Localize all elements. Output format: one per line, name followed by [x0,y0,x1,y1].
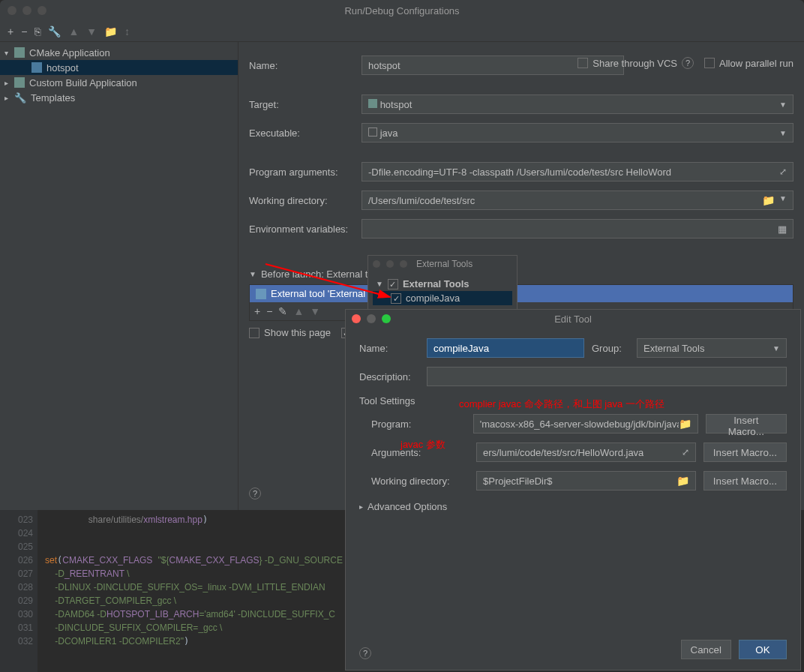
edit-desc-input[interactable] [427,367,787,386]
folder-icon[interactable]: 📁 [676,475,689,487]
titlebar: Run/Debug Configurations [0,0,804,21]
working-dir-input[interactable]: /Users/lumi/code/test/src 📁▼ [362,190,794,210]
edit-name-input[interactable] [427,338,584,358]
down-icon[interactable]: ▼ [86,26,97,38]
edit-workdir-input[interactable]: $ProjectFileDir$ 📁 [476,471,696,490]
tree-label: CMake Application [29,47,110,58]
chevron-right-icon: ▸ [359,502,363,511]
popup-title: External Tools [416,259,472,269]
remove-icon[interactable]: − [21,26,27,38]
target-icon [368,99,377,108]
cancel-button[interactable]: Cancel [681,640,732,659]
up-icon[interactable]: ▲ [68,26,79,38]
tree-custom-build[interactable]: Custom Build Application [0,75,238,90]
help-icon[interactable]: ? [682,57,694,69]
tree-label: Templates [31,92,75,104]
allow-parallel-checkbox[interactable]: Allow parallel run [704,58,794,69]
annotation-text: javac 参数 [400,438,446,452]
edit-program-label: Program: [371,418,466,430]
name-label: Name: [249,60,362,71]
advanced-options[interactable]: ▸ Advanced Options [359,501,787,512]
help-icon[interactable]: ? [359,647,371,659]
sort-icon[interactable]: ↕ [124,26,130,38]
line-gutter: 023024025026027028029030031032 [0,510,38,672]
env-vars-label: Environment variables: [249,224,362,235]
wrench-icon: 🔧 [14,92,26,104]
up-icon[interactable]: ▲ [293,305,304,317]
cmake-icon [32,62,42,73]
folder-icon[interactable]: 📁 [104,26,117,38]
env-vars-input[interactable]: ▦ [362,219,794,238]
annotation-text: complier javac 命令路径，和上图 java 一个路径 [459,398,664,411]
target-select[interactable]: hotspot ▼ [362,94,794,114]
edit-titlebar: Edit Tool [346,310,800,328]
list-icon[interactable]: ▦ [778,224,787,235]
chevron-down-icon: ▼ [249,270,256,278]
edit-name-label: Name: [359,343,419,354]
tree-cmake-application[interactable]: CMake Application [0,45,238,60]
dialog-title: Run/Debug Configurations [0,5,804,16]
maximize-icon[interactable] [400,260,407,268]
edit-group-label: Group: [592,343,629,354]
working-dir-label: Working directory: [249,195,362,206]
cmake-icon [14,47,25,58]
remove-icon[interactable]: − [266,305,272,317]
program-args-label: Program arguments: [249,166,362,178]
tree-hotspot[interactable]: hotspot [0,60,238,75]
edit-workdir-label: Working directory: [371,476,469,487]
executable-label: Executable: [249,128,362,139]
expand-icon[interactable]: ⤢ [682,447,689,458]
config-tree: CMake Application hotspot Custom Build A… [0,42,238,510]
chevron-down-icon: ▼ [779,129,787,137]
svg-line-0 [266,264,390,297]
tree-label: hotspot [46,62,79,74]
chevron-down-icon[interactable]: ▼ [779,194,787,206]
insert-macro-button[interactable]: Insert Macro... [704,471,787,490]
tree-templates[interactable]: 🔧 Templates [0,90,238,105]
copy-icon[interactable]: ⎘ [34,26,40,38]
chevron-down-icon: ▼ [779,100,787,109]
show-page-checkbox[interactable]: Show this page [249,327,331,338]
add-icon[interactable]: + [254,305,260,317]
target-label: Target: [249,99,362,110]
edit-icon[interactable]: ✎ [278,305,287,317]
annotation-arrow [262,261,398,303]
executable-select[interactable]: java ▼ [362,123,794,142]
edit-program-input[interactable]: 'macosx-x86_64-server-slowdebug/jdk/bin/… [473,414,698,434]
program-args-input[interactable]: -Dfile.encoding=UTF-8 -classpath /Users/… [362,162,794,182]
edit-dialog-title: Edit Tool [346,314,800,325]
folder-icon[interactable]: 📁 [679,418,692,430]
cmake-icon [14,77,25,88]
share-vcs-checkbox[interactable]: Share through VCS ? [578,57,694,69]
insert-macro-button[interactable]: Insert Macro... [704,442,787,462]
ok-button[interactable]: OK [739,640,787,659]
edit-group-select[interactable]: External Tools ▼ [637,338,787,358]
config-toolbar: + − ⎘ 🔧 ▲ ▼ 📁 ↕ [0,21,804,42]
edit-args-input[interactable]: ers/lumi/code/test/src/HelloWord.java ⤢ [476,442,696,462]
folder-icon[interactable]: 📁 [762,194,775,206]
help-icon[interactable]: ? [249,488,261,500]
chevron-down-icon: ▼ [772,344,780,352]
down-icon[interactable]: ▼ [310,305,320,317]
edit-tool-dialog: Edit Tool Name: Group: External Tools ▼ … [345,309,801,670]
wrench-icon[interactable]: 🔧 [48,26,61,38]
exe-icon [368,128,377,136]
insert-macro-button[interactable]: Insert Macro... [706,414,787,434]
expand-icon[interactable]: ⤢ [779,166,787,177]
tree-label: Custom Build Application [29,77,137,88]
add-icon[interactable]: + [8,26,14,38]
edit-desc-label: Description: [359,371,419,382]
